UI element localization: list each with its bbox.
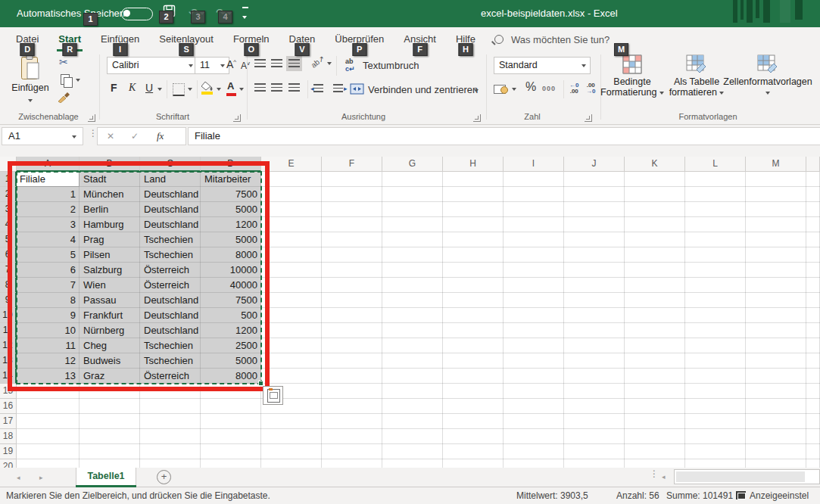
grow-font-icon[interactable]: A^ <box>226 58 236 70</box>
tab-ansicht[interactable]: AnsichtF <box>394 27 446 51</box>
row-header-19[interactable]: 19 <box>0 444 17 459</box>
font-color-dropdown[interactable] <box>239 88 244 91</box>
alignment-dialog-launcher[interactable] <box>473 114 481 122</box>
name-box[interactable]: A1 <box>2 127 83 145</box>
align-top-icon[interactable] <box>254 59 266 67</box>
format-painter-icon[interactable] <box>58 91 71 105</box>
formula-value: Filiale <box>195 128 220 145</box>
column-header-E[interactable]: E <box>261 157 322 172</box>
sheet-tab-tabelle1[interactable]: Tabelle1 <box>76 468 136 485</box>
display-settings-icon[interactable] <box>736 491 746 499</box>
tell-me-search[interactable]: Was möchten Sie tun? M <box>494 34 610 45</box>
hscroll-thumb[interactable] <box>676 471 805 482</box>
enter-icon[interactable]: ✓ <box>131 128 139 145</box>
keytip-formeln: O <box>244 43 258 56</box>
tab-datei[interactable]: DateiD <box>6 27 48 51</box>
row-header-18[interactable]: 18 <box>0 429 17 444</box>
conditional-label-1: Bedingte <box>598 76 666 87</box>
column-header-G[interactable]: G <box>382 157 443 172</box>
italic-button[interactable]: K <box>129 82 136 94</box>
horizontal-scrollbar[interactable] <box>674 469 820 484</box>
ribbon: Einfügen ✂ Zwischenablage Calibri 11 A^ … <box>0 51 820 125</box>
formula-input[interactable]: Filiale <box>188 127 820 145</box>
number-format-combo[interactable]: Standard <box>494 57 591 74</box>
comma-style-icon[interactable]: 000 <box>542 85 556 92</box>
column-header-F[interactable]: F <box>322 157 382 172</box>
cut-icon[interactable]: ✂ <box>59 56 68 68</box>
merge-center-icon[interactable] <box>350 83 364 97</box>
cell-styles-icon <box>757 54 778 74</box>
new-sheet-button[interactable]: + <box>157 470 171 484</box>
copy-dropdown[interactable] <box>76 79 80 82</box>
borders-dropdown[interactable] <box>188 88 192 91</box>
column-header-I[interactable]: I <box>504 157 564 172</box>
row-header-20[interactable]: 20 <box>0 459 17 468</box>
row-header-16[interactable]: 16 <box>0 399 17 414</box>
number-dialog-launcher[interactable] <box>585 114 592 122</box>
font-dialog-launcher[interactable] <box>233 114 241 122</box>
sheet-nav-prev-icon[interactable]: ◂ <box>17 474 20 481</box>
wrap-text-icon[interactable]: abc↵ <box>345 58 355 73</box>
borders-icon[interactable] <box>173 83 185 96</box>
column-header-partial[interactable] <box>806 157 820 172</box>
insert-function-icon[interactable]: fx <box>157 128 164 145</box>
paste-options-badge[interactable] <box>263 386 283 405</box>
autosave-toggle[interactable] <box>121 8 153 20</box>
column-header-J[interactable]: J <box>564 157 625 172</box>
window-title: excel-beispieldaten.xlsx - Excel <box>481 0 618 27</box>
keytip-daten: V <box>295 43 309 56</box>
align-middle-icon[interactable] <box>271 59 282 67</box>
align-center-icon[interactable] <box>271 83 282 92</box>
sheet-nav-next-icon[interactable]: ▸ <box>39 474 43 481</box>
wrap-text-label[interactable]: Textumbruch <box>363 60 419 71</box>
align-bottom-icon[interactable] <box>288 59 300 67</box>
row-header-17[interactable]: 17 <box>0 414 17 429</box>
clipboard-dialog-launcher[interactable] <box>88 114 95 122</box>
column-header-M[interactable]: M <box>746 157 806 172</box>
paste-label: Einfügen <box>9 82 51 93</box>
tab-daten[interactable]: DatenV <box>279 27 326 51</box>
merge-center-label[interactable]: Verbinden und zentrieren <box>368 84 478 95</box>
merge-dropdown[interactable] <box>474 89 479 92</box>
orientation-icon[interactable]: ab↗ <box>310 54 326 70</box>
hscroll-left-icon[interactable]: ◂ <box>662 473 666 481</box>
orientation-dropdown[interactable] <box>327 62 332 65</box>
qat-customize-icon[interactable] <box>242 7 248 23</box>
tab-start[interactable]: StartR <box>48 27 91 51</box>
column-header-H[interactable]: H <box>443 157 504 172</box>
tab-formeln[interactable]: FormelnO <box>223 27 279 51</box>
underline-button[interactable]: U <box>145 82 153 94</box>
cell-styles-button[interactable]: Zellenformatvorlagen <box>718 54 818 98</box>
tab-einfügen[interactable]: EinfügenI <box>91 27 149 51</box>
bold-button[interactable]: F <box>111 82 117 94</box>
keytip-überprüfen: P <box>352 43 366 56</box>
font-size-combo[interactable]: 11 <box>195 57 229 74</box>
fill-color-icon[interactable] <box>201 82 214 93</box>
increase-indent-icon[interactable]: ▸ <box>333 83 343 95</box>
accounting-dropdown[interactable] <box>512 88 516 91</box>
keytip-einfügen: I <box>113 43 127 56</box>
scrollbar-resize-handle[interactable]: ⋮ <box>650 468 659 479</box>
shrink-font-icon[interactable]: Av <box>241 60 250 71</box>
paste-button[interactable]: Einfügen <box>9 54 51 104</box>
increase-decimal-icon[interactable]: ←0.00 <box>569 82 578 95</box>
accounting-format-icon[interactable] <box>494 83 509 97</box>
copy-icon[interactable] <box>61 74 70 85</box>
column-header-K[interactable]: K <box>625 157 685 172</box>
align-right-icon[interactable] <box>288 83 300 92</box>
font-color-icon[interactable]: A <box>227 80 234 92</box>
decrease-indent-icon[interactable]: ◂ <box>313 83 323 95</box>
percent-style-icon[interactable]: % <box>525 80 536 94</box>
decrease-decimal-icon[interactable]: .00→0 <box>586 82 595 95</box>
align-left-icon[interactable] <box>254 83 266 92</box>
tab-überprüfen[interactable]: ÜberprüfenP <box>325 27 394 51</box>
column-header-L[interactable]: L <box>685 157 746 172</box>
underline-dropdown[interactable] <box>157 88 162 91</box>
cancel-icon[interactable]: ✕ <box>107 128 114 145</box>
fill-color-dropdown[interactable] <box>217 88 221 91</box>
display-settings-label[interactable]: Anzeigeeinstel <box>750 487 809 504</box>
tab-seitenlayout[interactable]: SeitenlayoutS <box>149 27 223 51</box>
tab-hilfe[interactable]: HilfeH <box>446 27 485 51</box>
conditional-formatting-button[interactable]: Bedingte Formatierung <box>598 54 666 98</box>
font-name-combo[interactable]: Calibri <box>107 57 198 74</box>
